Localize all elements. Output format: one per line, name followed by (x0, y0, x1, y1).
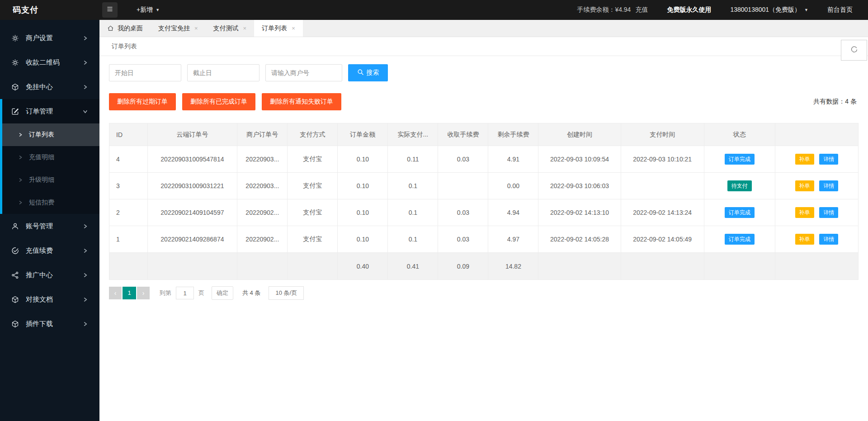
column-header: 订单金额 (338, 123, 388, 146)
chevron-right-icon (18, 132, 23, 137)
pagination: ‹ 1 › 到第 页 确定 共 4 条 10 条/页 (109, 286, 859, 300)
home-icon (107, 25, 114, 32)
tab-bar: 我的桌面 支付宝免挂 × 支付测试 × 订单列表 × (99, 20, 868, 37)
sidebar-item-order-management[interactable]: 订单管理 (0, 99, 99, 123)
delete-expired-orders-button[interactable]: 删除所有过期订单 (109, 93, 176, 110)
close-icon[interactable]: × (194, 25, 198, 32)
column-header: 创建时间 (538, 123, 621, 146)
gear-icon (11, 59, 19, 66)
table-row: 4 202209031009547814 20220903... 支付宝 0.1… (109, 146, 859, 173)
summary-row: 0.40 0.41 0.09 14.82 (109, 253, 859, 280)
column-header: 商户订单号 (237, 123, 288, 146)
sidebar-item-account-management[interactable]: 账号管理 (0, 214, 99, 238)
recharge-link[interactable]: 充值 (635, 6, 648, 14)
close-icon[interactable]: × (243, 25, 247, 32)
check-icon (11, 247, 19, 255)
cube-icon (11, 320, 19, 328)
sidebar-item-api-docs[interactable]: 对接文档 (0, 287, 99, 312)
account-dropdown[interactable]: 13800138001（免费版） ▼ (730, 6, 808, 14)
summary-amount: 0.40 (338, 253, 388, 280)
new-dropdown[interactable]: +新增 ▼ (137, 6, 160, 14)
status-badge: 订单完成 (725, 154, 755, 165)
supplement-order-button[interactable]: 补单 (795, 154, 814, 165)
goto-page-input[interactable] (176, 287, 194, 299)
chevron-right-icon (83, 273, 88, 278)
status-badge: 订单完成 (725, 207, 755, 218)
close-icon[interactable]: × (292, 25, 295, 32)
page-title: 订单列表 (99, 37, 868, 56)
table-row: 2 202209021409104597 20220902... 支付宝 0.1… (109, 199, 859, 226)
hamburger-icon (106, 5, 113, 14)
sidebar-item-plugin-download[interactable]: 插件下载 (0, 312, 99, 336)
supplement-order-button[interactable]: 补单 (795, 180, 814, 191)
search-button[interactable]: 搜索 (348, 64, 388, 81)
sidebar-item-merchant-settings[interactable]: 商户设置 (0, 26, 99, 50)
page-size-select[interactable]: 10 条/页 (269, 286, 304, 300)
total-count-label: 共 4 条 (242, 289, 260, 297)
detail-button[interactable]: 详情 (819, 154, 838, 165)
page-unit-label: 页 (198, 289, 204, 297)
start-date-input[interactable] (109, 64, 181, 81)
sidebar-item-recharge-detail[interactable]: 充值明细 (0, 146, 99, 169)
summary-fee-left: 14.82 (488, 253, 538, 280)
sidebar-item-recharge-renew[interactable]: 充值续费 (0, 238, 99, 263)
supplement-order-button[interactable]: 补单 (795, 234, 814, 245)
detail-button[interactable]: 详情 (819, 207, 838, 218)
summary-fee: 0.09 (438, 253, 488, 280)
supplement-order-button[interactable]: 补单 (795, 207, 814, 218)
chevron-right-icon (18, 178, 23, 182)
sidebar-item-qrcode[interactable]: 收款二维码 (0, 50, 99, 75)
sidebar-group-order-management: 订单管理 订单列表 充值明细 升级明细 短信扣费 (0, 99, 99, 214)
edition-text: 免费版永久使用 (667, 6, 711, 14)
fee-balance: 手续费余额：¥4.94 充值 (577, 6, 648, 14)
gear-icon (11, 34, 19, 42)
filter-row: 搜索 (109, 64, 859, 81)
content-area: 我的桌面 支付宝免挂 × 支付测试 × 订单列表 × 订单列表 搜索 (99, 20, 868, 421)
tab-my-desktop[interactable]: 我的桌面 (99, 20, 151, 37)
sidebar-item-sms-deduction[interactable]: 短信扣费 (0, 191, 99, 214)
status-badge: 待支付 (727, 180, 752, 191)
column-header (775, 123, 859, 146)
column-header: 收取手续费 (438, 123, 488, 146)
table-row: 1 202209021409286874 20220902... 支付宝 0.1… (109, 226, 859, 253)
table-header-row: ID 云端订单号 商户订单号 支付方式 订单金额 实际支付... 收取手续费 剩… (109, 123, 859, 146)
tab-alipay-free-hang[interactable]: 支付宝免挂 × (151, 20, 206, 37)
menu-toggle-button[interactable] (102, 2, 118, 18)
share-icon (11, 271, 19, 279)
delete-notify-failed-orders-button[interactable]: 删除所有通知失败订单 (262, 93, 341, 110)
topbar: 码支付 +新增 ▼ 手续费余额：¥4.94 充值 免费版永久使用 1380013… (0, 0, 868, 20)
current-page[interactable]: 1 (123, 287, 136, 299)
column-header: ID (109, 123, 148, 146)
chevron-right-icon (83, 248, 88, 253)
column-header: 云端订单号 (147, 123, 237, 146)
refresh-button[interactable] (841, 40, 867, 61)
merchant-id-input[interactable] (265, 64, 342, 81)
tab-order-list[interactable]: 订单列表 × (254, 20, 303, 37)
user-icon (11, 222, 19, 230)
chevron-right-icon (83, 224, 88, 229)
cube-icon (11, 296, 19, 303)
sidebar-item-free-hang-center[interactable]: 免挂中心 (0, 75, 99, 99)
detail-button[interactable]: 详情 (819, 234, 838, 245)
goto-page-label: 到第 (160, 289, 171, 297)
detail-button[interactable]: 详情 (819, 180, 838, 191)
front-home-link[interactable]: 前台首页 (827, 6, 853, 14)
end-date-input[interactable] (187, 64, 259, 81)
edit-icon (11, 108, 19, 115)
chevron-right-icon (83, 36, 88, 41)
sidebar-item-promotion-center[interactable]: 推广中心 (0, 263, 99, 287)
status-badge: 订单完成 (725, 234, 755, 245)
chevron-right-icon (83, 322, 88, 326)
caret-down-icon: ▼ (156, 8, 160, 12)
delete-completed-orders-button[interactable]: 删除所有已完成订单 (182, 93, 255, 110)
sidebar-item-order-list[interactable]: 订单列表 (0, 123, 99, 146)
bulk-actions-row: 删除所有过期订单 删除所有已完成订单 删除所有通知失败订单 共有数据：4 条 (109, 93, 859, 110)
summary-paid: 0.41 (388, 253, 438, 280)
confirm-page-button[interactable]: 确定 (212, 286, 233, 300)
chevron-right-icon (83, 297, 88, 302)
tab-payment-test[interactable]: 支付测试 × (206, 20, 255, 37)
sidebar-item-upgrade-detail[interactable]: 升级明细 (0, 169, 99, 191)
prev-page-button[interactable]: ‹ (109, 287, 122, 299)
next-page-button[interactable]: › (137, 287, 150, 299)
app-logo: 码支付 (0, 5, 99, 15)
